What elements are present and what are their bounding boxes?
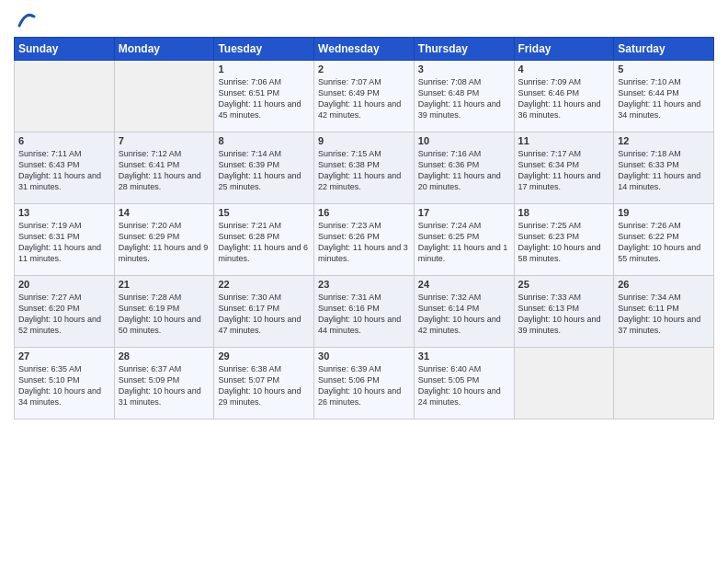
week-row-2: 6Sunrise: 7:11 AMSunset: 6:43 PMDaylight… (15, 132, 714, 204)
day-info: Sunrise: 7:08 AMSunset: 6:48 PMDaylight:… (418, 76, 510, 121)
calendar-cell: 7Sunrise: 7:12 AMSunset: 6:41 PMDaylight… (114, 132, 214, 204)
calendar-cell: 15Sunrise: 7:21 AMSunset: 6:28 PMDayligh… (214, 204, 314, 276)
day-number: 2 (318, 63, 410, 75)
day-info: Sunrise: 7:23 AMSunset: 6:26 PMDaylight:… (318, 220, 410, 265)
calendar-cell: 16Sunrise: 7:23 AMSunset: 6:26 PMDayligh… (314, 204, 415, 276)
day-info: Sunrise: 6:39 AMSunset: 5:06 PMDaylight:… (318, 363, 410, 408)
day-info: Sunrise: 7:19 AMSunset: 6:31 PMDaylight:… (18, 220, 110, 265)
logo (14, 9, 36, 29)
logo-icon (16, 9, 36, 29)
calendar-cell: 24Sunrise: 7:32 AMSunset: 6:14 PMDayligh… (414, 276, 514, 348)
day-info: Sunrise: 7:12 AMSunset: 6:41 PMDaylight:… (119, 148, 210, 193)
day-number: 15 (218, 207, 310, 218)
day-number: 14 (119, 207, 210, 218)
day-info: Sunrise: 7:06 AMSunset: 6:51 PMDaylight:… (218, 76, 310, 121)
day-info: Sunrise: 7:10 AMSunset: 6:44 PMDaylight:… (618, 76, 710, 121)
calendar-cell: 1Sunrise: 7:06 AMSunset: 6:51 PMDaylight… (214, 61, 314, 132)
day-header-monday: Monday (114, 38, 214, 61)
day-info: Sunrise: 6:38 AMSunset: 5:07 PMDaylight:… (218, 363, 310, 408)
calendar-cell: 14Sunrise: 7:20 AMSunset: 6:29 PMDayligh… (114, 204, 214, 276)
day-number: 12 (618, 135, 710, 146)
calendar-cell: 21Sunrise: 7:28 AMSunset: 6:19 PMDayligh… (114, 276, 214, 348)
calendar-cell: 6Sunrise: 7:11 AMSunset: 6:43 PMDaylight… (15, 132, 115, 204)
calendar-cell: 30Sunrise: 6:39 AMSunset: 5:06 PMDayligh… (314, 348, 415, 419)
week-row-3: 13Sunrise: 7:19 AMSunset: 6:31 PMDayligh… (15, 204, 714, 276)
calendar-cell (614, 348, 714, 419)
day-number: 13 (18, 207, 110, 218)
day-number: 11 (518, 135, 610, 146)
calendar-table: SundayMondayTuesdayWednesdayThursdayFrid… (14, 37, 714, 419)
calendar-page: SundayMondayTuesdayWednesdayThursdayFrid… (0, 0, 728, 563)
day-info: Sunrise: 7:21 AMSunset: 6:28 PMDaylight:… (218, 220, 310, 265)
day-info: Sunrise: 6:37 AMSunset: 5:09 PMDaylight:… (119, 363, 210, 408)
day-info: Sunrise: 7:28 AMSunset: 6:19 PMDaylight:… (119, 292, 210, 337)
day-header-wednesday: Wednesday (314, 38, 415, 61)
calendar-cell: 5Sunrise: 7:10 AMSunset: 6:44 PMDaylight… (614, 61, 714, 132)
week-row-1: 1Sunrise: 7:06 AMSunset: 6:51 PMDaylight… (15, 61, 714, 132)
day-header-friday: Friday (514, 38, 614, 61)
calendar-cell (114, 61, 214, 132)
day-number: 27 (18, 350, 110, 362)
day-number: 7 (119, 135, 210, 146)
calendar-cell: 22Sunrise: 7:30 AMSunset: 6:17 PMDayligh… (214, 276, 314, 348)
day-number: 10 (418, 135, 510, 146)
calendar-cell: 11Sunrise: 7:17 AMSunset: 6:34 PMDayligh… (514, 132, 614, 204)
day-info: Sunrise: 7:27 AMSunset: 6:20 PMDaylight:… (18, 292, 110, 337)
calendar-cell: 20Sunrise: 7:27 AMSunset: 6:20 PMDayligh… (15, 276, 115, 348)
calendar-cell: 18Sunrise: 7:25 AMSunset: 6:23 PMDayligh… (514, 204, 614, 276)
day-info: Sunrise: 7:32 AMSunset: 6:14 PMDaylight:… (418, 292, 510, 337)
calendar-cell: 27Sunrise: 6:35 AMSunset: 5:10 PMDayligh… (15, 348, 115, 419)
day-info: Sunrise: 7:33 AMSunset: 6:13 PMDaylight:… (518, 292, 610, 337)
calendar-cell: 19Sunrise: 7:26 AMSunset: 6:22 PMDayligh… (614, 204, 714, 276)
calendar-cell (15, 61, 115, 132)
day-info: Sunrise: 7:34 AMSunset: 6:11 PMDaylight:… (618, 292, 710, 337)
day-info: Sunrise: 7:16 AMSunset: 6:36 PMDaylight:… (418, 148, 510, 193)
calendar-cell: 10Sunrise: 7:16 AMSunset: 6:36 PMDayligh… (414, 132, 514, 204)
day-info: Sunrise: 7:11 AMSunset: 6:43 PMDaylight:… (18, 148, 110, 193)
day-info: Sunrise: 6:35 AMSunset: 5:10 PMDaylight:… (18, 363, 110, 408)
day-info: Sunrise: 7:15 AMSunset: 6:38 PMDaylight:… (318, 148, 410, 193)
day-header-sunday: Sunday (15, 38, 115, 61)
calendar-cell: 17Sunrise: 7:24 AMSunset: 6:25 PMDayligh… (414, 204, 514, 276)
day-info: Sunrise: 7:31 AMSunset: 6:16 PMDaylight:… (318, 292, 410, 337)
calendar-cell: 8Sunrise: 7:14 AMSunset: 6:39 PMDaylight… (214, 132, 314, 204)
header-row: SundayMondayTuesdayWednesdayThursdayFrid… (15, 38, 714, 61)
day-info: Sunrise: 7:17 AMSunset: 6:34 PMDaylight:… (518, 148, 610, 193)
header (14, 9, 714, 29)
day-number: 24 (418, 279, 510, 290)
day-info: Sunrise: 7:18 AMSunset: 6:33 PMDaylight:… (618, 148, 710, 193)
day-info: Sunrise: 7:26 AMSunset: 6:22 PMDaylight:… (618, 220, 710, 265)
day-number: 5 (618, 63, 710, 75)
day-info: Sunrise: 6:40 AMSunset: 5:05 PMDaylight:… (418, 363, 510, 408)
day-info: Sunrise: 7:25 AMSunset: 6:23 PMDaylight:… (518, 220, 610, 265)
day-number: 18 (518, 207, 610, 218)
day-number: 3 (418, 63, 510, 75)
calendar-cell: 2Sunrise: 7:07 AMSunset: 6:49 PMDaylight… (314, 61, 415, 132)
day-number: 17 (418, 207, 510, 218)
day-number: 25 (518, 279, 610, 290)
day-number: 8 (218, 135, 310, 146)
week-row-4: 20Sunrise: 7:27 AMSunset: 6:20 PMDayligh… (15, 276, 714, 348)
calendar-cell: 4Sunrise: 7:09 AMSunset: 6:46 PMDaylight… (514, 61, 614, 132)
day-info: Sunrise: 7:07 AMSunset: 6:49 PMDaylight:… (318, 76, 410, 121)
calendar-cell: 26Sunrise: 7:34 AMSunset: 6:11 PMDayligh… (614, 276, 714, 348)
day-number: 19 (618, 207, 710, 218)
calendar-cell: 3Sunrise: 7:08 AMSunset: 6:48 PMDaylight… (414, 61, 514, 132)
calendar-cell: 31Sunrise: 6:40 AMSunset: 5:05 PMDayligh… (414, 348, 514, 419)
day-info: Sunrise: 7:09 AMSunset: 6:46 PMDaylight:… (518, 76, 610, 121)
day-header-saturday: Saturday (614, 38, 714, 61)
calendar-cell: 9Sunrise: 7:15 AMSunset: 6:38 PMDaylight… (314, 132, 415, 204)
day-number: 30 (318, 350, 410, 362)
day-number: 31 (418, 350, 510, 362)
day-number: 28 (119, 350, 210, 362)
day-number: 9 (318, 135, 410, 146)
calendar-cell: 29Sunrise: 6:38 AMSunset: 5:07 PMDayligh… (214, 348, 314, 419)
day-info: Sunrise: 7:20 AMSunset: 6:29 PMDaylight:… (119, 220, 210, 265)
day-number: 20 (18, 279, 110, 290)
day-number: 21 (119, 279, 210, 290)
day-number: 6 (18, 135, 110, 146)
calendar-cell: 13Sunrise: 7:19 AMSunset: 6:31 PMDayligh… (15, 204, 115, 276)
day-number: 29 (218, 350, 310, 362)
day-number: 16 (318, 207, 410, 218)
day-header-tuesday: Tuesday (214, 38, 314, 61)
